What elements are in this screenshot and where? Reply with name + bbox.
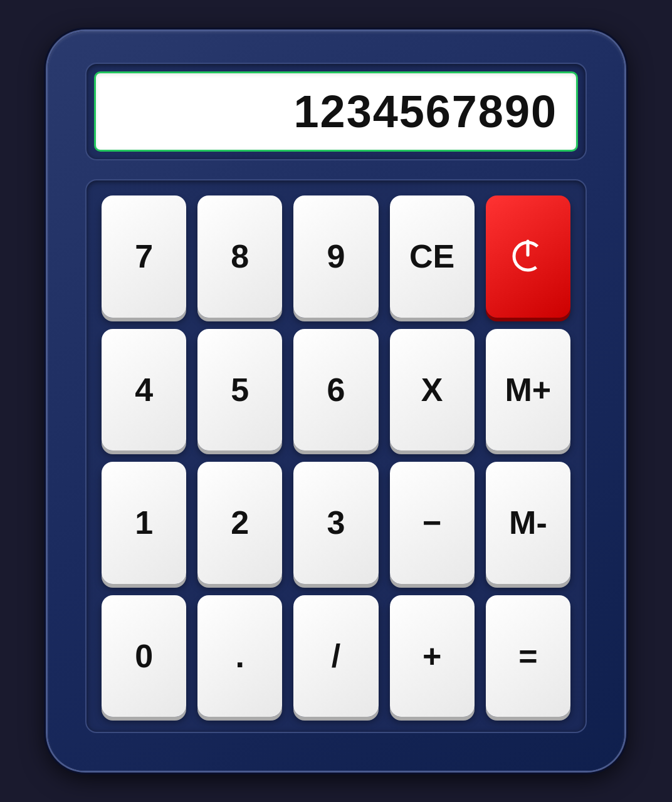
btn-divide[interactable]: /	[293, 595, 378, 717]
display-screen: 1234567890	[94, 71, 578, 152]
btn-mplus[interactable]: M+	[486, 329, 570, 451]
display-container: 1234567890	[85, 63, 587, 160]
btn-dot[interactable]: .	[197, 595, 282, 717]
calculator-body: 1234567890 7 8 9 CE 4 5 6 X M+ 1 2	[48, 31, 624, 771]
btn-1[interactable]: 1	[102, 462, 186, 584]
btn-equals[interactable]: =	[486, 595, 570, 717]
btn-ce[interactable]: CE	[390, 195, 475, 318]
btn-9[interactable]: 9	[293, 195, 378, 318]
keypad-container: 7 8 9 CE 4 5 6 X M+ 1 2 3 − M- 0	[85, 179, 587, 733]
btn-4[interactable]: 4	[102, 329, 186, 451]
power-icon	[509, 237, 547, 275]
btn-mminus[interactable]: M-	[486, 462, 570, 584]
btn-minus[interactable]: −	[390, 462, 475, 584]
btn-7[interactable]: 7	[102, 195, 186, 318]
btn-8[interactable]: 8	[197, 195, 282, 318]
btn-6[interactable]: 6	[293, 329, 378, 451]
keypad-grid: 7 8 9 CE 4 5 6 X M+ 1 2 3 − M- 0	[102, 195, 570, 717]
btn-5[interactable]: 5	[197, 329, 282, 451]
btn-3[interactable]: 3	[293, 462, 378, 584]
btn-2[interactable]: 2	[197, 462, 282, 584]
btn-multiply[interactable]: X	[390, 329, 475, 451]
btn-plus[interactable]: +	[390, 595, 475, 717]
btn-0[interactable]: 0	[102, 595, 186, 717]
display-value: 1234567890	[294, 86, 557, 137]
btn-power[interactable]	[486, 195, 570, 318]
